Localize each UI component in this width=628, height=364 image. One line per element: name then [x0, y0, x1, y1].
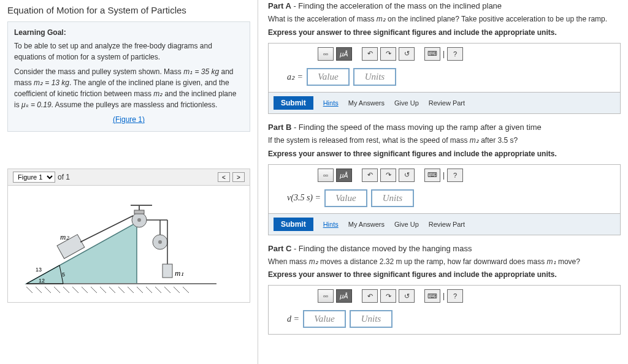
give-up-link[interactable]: Give Up — [394, 99, 419, 107]
svg-line-5 — [54, 287, 60, 293]
diagram-m2-label: m₂ — [60, 232, 69, 241]
keyboard-icon[interactable]: ⌨ — [424, 289, 440, 303]
help-button[interactable]: ? — [447, 47, 463, 61]
figure-count: of 1 — [58, 173, 70, 181]
svg-line-13 — [128, 287, 134, 293]
toolbar-b: ▫▫ μÅ ↶ ↷ ↺ ⌨ | ? — [269, 165, 620, 186]
svg-line-9 — [91, 287, 97, 293]
figure-select[interactable]: Figure 1 — [13, 172, 55, 183]
svg-text:12: 12 — [39, 278, 45, 284]
units-input-a[interactable]: Units — [353, 68, 396, 86]
units-input-c[interactable]: Units — [350, 310, 392, 328]
svg-line-15 — [146, 287, 152, 293]
symbols-button[interactable]: μÅ — [336, 289, 352, 303]
units-input-b[interactable]: Units — [371, 189, 414, 207]
symbols-button[interactable]: μÅ — [336, 169, 352, 182]
svg-line-8 — [82, 287, 88, 293]
review-link[interactable]: Review Part — [429, 99, 465, 107]
reset-button[interactable]: ↺ — [399, 169, 415, 182]
undo-button[interactable]: ↶ — [362, 47, 378, 61]
svg-line-7 — [72, 287, 78, 293]
review-link[interactable]: Review Part — [429, 221, 465, 228]
svg-point-29 — [158, 240, 162, 244]
svg-text:5: 5 — [62, 271, 65, 278]
undo-button[interactable]: ↶ — [362, 169, 378, 182]
svg-line-18 — [174, 287, 180, 293]
template-icon[interactable]: ▫▫ — [318, 169, 334, 182]
part-c: Part C - Finding the distance moved by t… — [268, 244, 621, 335]
diagram-m1-label: m₁ — [175, 268, 184, 278]
svg-line-3 — [36, 287, 42, 293]
value-input-c[interactable]: Value — [303, 310, 346, 328]
svg-line-12 — [118, 287, 124, 293]
figure-next-button[interactable]: > — [232, 172, 245, 182]
svg-line-11 — [109, 287, 115, 293]
help-button[interactable]: ? — [447, 289, 463, 303]
figure-canvas: m₂ m₁ — [8, 186, 250, 302]
label-v: v(3.5 s) = — [287, 193, 321, 203]
goal-p2: Consider the mass and pulley system show… — [14, 66, 243, 110]
goal-p1: To be able to set up and analyze the fre… — [14, 40, 243, 63]
submit-button-a[interactable]: Submit — [274, 96, 313, 110]
goal-label: Learning Goal: — [14, 28, 243, 37]
label-d: d = — [287, 314, 299, 324]
symbols-button[interactable]: μÅ — [336, 47, 352, 61]
submit-button-b[interactable]: Submit — [274, 218, 313, 231]
my-answers-link[interactable]: My Answers — [348, 99, 385, 107]
svg-line-14 — [137, 287, 143, 293]
template-icon[interactable]: ▫▫ — [318, 47, 334, 61]
svg-line-10 — [100, 287, 106, 293]
svg-line-19 — [183, 287, 189, 293]
give-up-link[interactable]: Give Up — [394, 221, 419, 228]
help-button[interactable]: ? — [447, 169, 463, 182]
hints-link[interactable]: Hints — [323, 221, 339, 228]
svg-line-16 — [155, 287, 161, 293]
svg-line-4 — [45, 287, 51, 293]
svg-line-17 — [164, 287, 170, 293]
redo-button[interactable]: ↷ — [380, 47, 396, 61]
part-a: Part A - Finding the acceleration of the… — [268, 1, 621, 114]
redo-button[interactable]: ↷ — [380, 289, 396, 303]
svg-text:13: 13 — [36, 267, 42, 273]
figure-link[interactable]: (Figure 1) — [14, 114, 243, 125]
my-answers-link[interactable]: My Answers — [348, 221, 385, 228]
svg-line-2 — [26, 287, 33, 293]
keyboard-icon[interactable]: ⌨ — [424, 47, 440, 61]
svg-line-6 — [63, 287, 69, 293]
svg-rect-23 — [134, 210, 144, 214]
reset-button[interactable]: ↺ — [399, 289, 415, 303]
redo-button[interactable]: ↷ — [380, 169, 396, 182]
keyboard-icon[interactable]: ⌨ — [424, 169, 440, 182]
undo-button[interactable]: ↶ — [362, 289, 378, 303]
toolbar-a: ▫▫ μÅ ↶ ↷ ↺ ⌨ | ? — [269, 44, 620, 64]
figure-prev-button[interactable]: < — [218, 172, 230, 182]
template-icon[interactable]: ▫▫ — [318, 289, 334, 303]
value-input-a[interactable]: Value — [307, 68, 350, 86]
label-a2: a₂ = — [287, 72, 303, 82]
toolbar-c: ▫▫ μÅ ↶ ↷ ↺ ⌨ | ? — [269, 286, 620, 306]
svg-point-22 — [137, 218, 141, 222]
reset-button[interactable]: ↺ — [399, 47, 415, 61]
learning-goal-box: Learning Goal: To be able to set up and … — [7, 21, 250, 132]
value-input-b[interactable]: Value — [324, 189, 367, 207]
figure-panel: Figure 1 of 1 < > m₂ — [7, 169, 250, 303]
hints-link[interactable]: Hints — [323, 99, 339, 107]
part-b: Part B - Finding the speed of the mass m… — [268, 123, 621, 235]
svg-rect-33 — [163, 264, 172, 278]
page-title: Equation of Motion for a System of Parti… — [7, 5, 250, 15]
